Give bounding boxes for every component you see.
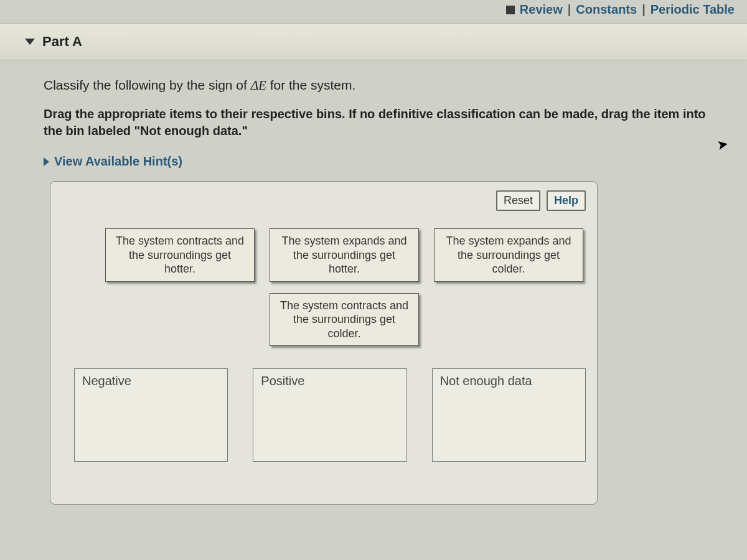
bin-negative[interactable]: Negative — [74, 368, 228, 462]
view-hints-link[interactable]: View Available Hint(s) — [54, 154, 182, 169]
help-button[interactable]: Help — [547, 190, 586, 211]
bin-positive[interactable]: Positive — [253, 368, 406, 462]
tiles-row-1: The system contracts and the surrounding… — [105, 228, 586, 282]
delta-e-symbol: ΔE — [251, 78, 266, 93]
bin-not-enough-data[interactable]: Not enough data — [432, 368, 586, 462]
periodic-table-link[interactable]: Periodic Table — [651, 2, 735, 17]
tile-contracts-colder[interactable]: The system contracts and the surrounding… — [270, 293, 419, 347]
top-links-bar: Review | Constants | Periodic Table — [0, 0, 747, 23]
question-prompt: Classify the following by the sign of ΔE… — [44, 78, 710, 93]
hints-row[interactable]: View Available Hint(s) — [44, 154, 710, 169]
tile-contracts-hotter[interactable]: The system contracts and the surrounding… — [105, 228, 255, 282]
drag-instructions: Drag the appropriate items to their resp… — [44, 106, 710, 139]
content-area: Classify the following by the sign of ΔE… — [0, 60, 747, 511]
part-header[interactable]: Part A — [0, 23, 747, 60]
square-icon — [506, 6, 515, 14]
drop-bins: Negative Positive Not enough data — [62, 368, 586, 462]
tile-expands-colder[interactable]: The system expands and the surroundings … — [434, 228, 583, 282]
separator: | — [642, 2, 646, 17]
review-link[interactable]: Review — [520, 2, 563, 17]
draggable-tiles: The system contracts and the surrounding… — [62, 228, 586, 346]
chevron-right-icon[interactable] — [44, 157, 49, 166]
reset-button[interactable]: Reset — [496, 190, 540, 211]
tile-expands-hotter[interactable]: The system expands and the surroundings … — [270, 228, 419, 282]
prompt-suffix: for the system. — [266, 78, 356, 92]
drag-workspace: Reset Help The system contracts and the … — [50, 181, 598, 505]
workspace-toolbar: Reset Help — [62, 190, 586, 211]
chevron-down-icon[interactable] — [25, 39, 35, 45]
tiles-row-2: The system contracts and the surrounding… — [105, 293, 586, 347]
prompt-prefix: Classify the following by the sign of — [44, 78, 251, 92]
constants-link[interactable]: Constants — [576, 2, 637, 17]
part-title: Part A — [42, 34, 82, 50]
separator: | — [568, 2, 571, 17]
